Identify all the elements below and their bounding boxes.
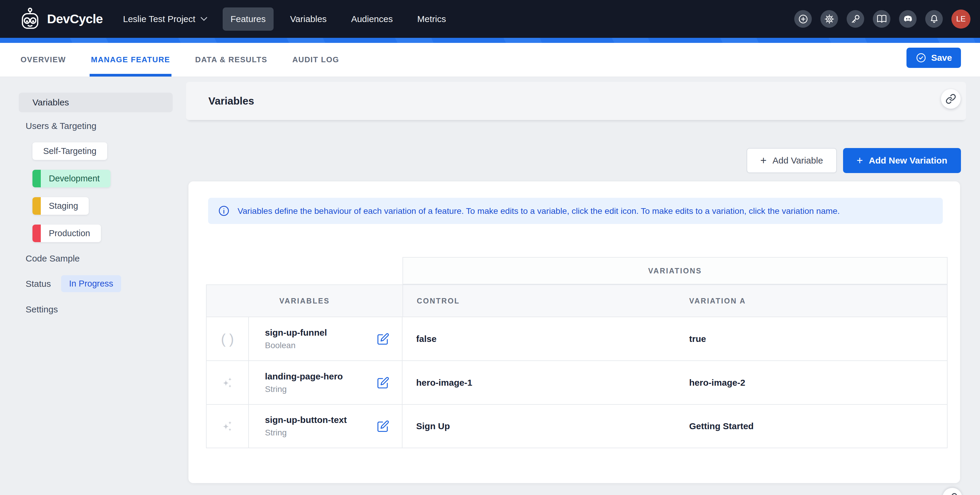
tab-overview[interactable]: OVERVIEW bbox=[21, 43, 66, 76]
development-color-edge bbox=[32, 170, 41, 187]
variable-type-cell bbox=[206, 405, 249, 448]
variable-name: landing-page-hero bbox=[265, 371, 343, 382]
env-pill-production[interactable]: Production bbox=[32, 224, 101, 242]
chevron-down-icon bbox=[200, 17, 207, 21]
plus-icon bbox=[857, 155, 863, 166]
edit-variable-button[interactable] bbox=[376, 419, 390, 433]
nav-item-features[interactable]: Features bbox=[223, 8, 273, 31]
control-value: hero-image-1 bbox=[416, 378, 472, 388]
book-icon bbox=[877, 14, 887, 24]
variation-a-value-cell: Getting Started bbox=[674, 405, 948, 448]
plus-icon bbox=[760, 155, 767, 166]
edit-variable-button[interactable] bbox=[376, 376, 390, 390]
api-keys-button[interactable] bbox=[846, 10, 864, 28]
string-sparkles-icon bbox=[221, 376, 234, 389]
project-selector[interactable]: Leslie Test Project bbox=[123, 14, 207, 24]
settings-button[interactable] bbox=[821, 10, 838, 28]
copy-link-button[interactable] bbox=[941, 89, 961, 109]
check-circle-icon bbox=[915, 52, 927, 64]
control-value-cell: hero-image-1 bbox=[402, 361, 674, 405]
info-banner-text: Variables define the behaviour of each v… bbox=[237, 206, 840, 216]
edit-pencil-icon bbox=[377, 420, 390, 433]
page-title: Variables bbox=[208, 95, 254, 107]
staging-color-edge bbox=[32, 197, 41, 215]
env-pill-label: Production bbox=[49, 228, 90, 238]
tab-audit-log[interactable]: AUDIT LOG bbox=[292, 43, 339, 76]
top-navigation-bar: DevCycle Leslie Test Project Features Va… bbox=[0, 0, 980, 38]
variable-type-cell bbox=[206, 317, 249, 361]
feature-sidebar: Variables Users & Targeting Self-Targeti… bbox=[0, 77, 188, 315]
column-header-control[interactable]: CONTROL bbox=[402, 285, 674, 317]
variation-a-value: Getting Started bbox=[689, 421, 754, 431]
env-pill-staging[interactable]: Staging bbox=[32, 197, 89, 215]
add-variable-label: Add Variable bbox=[773, 156, 823, 166]
nav-item-metrics[interactable]: Metrics bbox=[409, 8, 454, 31]
save-button-label: Save bbox=[931, 53, 952, 63]
primary-nav: Features Variables Audiences Metrics bbox=[223, 8, 454, 31]
link-icon bbox=[945, 94, 956, 104]
user-avatar[interactable]: LE bbox=[951, 10, 970, 29]
variable-name: sign-up-funnel bbox=[265, 328, 327, 338]
discord-icon bbox=[903, 14, 913, 24]
key-icon bbox=[850, 14, 861, 24]
variation-a-value: hero-image-2 bbox=[689, 378, 745, 388]
edit-pencil-icon bbox=[377, 333, 390, 345]
env-pill-label: Self-Targeting bbox=[43, 146, 97, 156]
control-value-cell: false bbox=[402, 317, 674, 361]
nav-item-audiences[interactable]: Audiences bbox=[343, 8, 400, 31]
column-header-variation-a-label: VARIATION A bbox=[689, 297, 746, 305]
variation-a-value-cell: hero-image-2 bbox=[674, 361, 948, 405]
gear-icon bbox=[824, 14, 835, 24]
variations-group-header: VARIATIONS bbox=[402, 257, 948, 285]
link-icon bbox=[947, 493, 958, 495]
add-new-variation-button[interactable]: Add New Variation bbox=[843, 148, 961, 173]
production-color-edge bbox=[32, 224, 41, 242]
column-header-control-label: CONTROL bbox=[417, 297, 460, 305]
info-banner: Variables define the behaviour of each v… bbox=[208, 198, 943, 224]
sidebar-item-variables[interactable]: Variables bbox=[19, 92, 173, 112]
feature-tabbar: OVERVIEW MANAGE FEATURE DATA & RESULTS A… bbox=[0, 43, 980, 77]
control-value: Sign Up bbox=[416, 421, 450, 431]
control-value: false bbox=[416, 334, 436, 344]
sidebar-item-code-sample[interactable]: Code Sample bbox=[25, 253, 80, 264]
sidebar-item-users-targeting[interactable]: Users & Targeting bbox=[25, 121, 97, 131]
notifications-button[interactable] bbox=[925, 10, 943, 28]
devcycle-logo[interactable]: DevCycle bbox=[18, 7, 103, 31]
variables-panel-header: Variables bbox=[186, 82, 966, 120]
variable-name-cell: landing-page-hero String bbox=[249, 361, 402, 405]
variable-type-cell bbox=[206, 361, 249, 405]
sidebar-item-settings[interactable]: Settings bbox=[25, 304, 58, 315]
env-pill-label: Staging bbox=[49, 201, 78, 211]
variables-card: Variables define the behaviour of each v… bbox=[188, 181, 960, 483]
variable-name-cell: sign-up-button-text String bbox=[249, 405, 402, 448]
environment-pills: Self-Targeting Development Staging Produ… bbox=[32, 131, 110, 242]
tab-data-results[interactable]: DATA & RESULTS bbox=[195, 43, 267, 76]
discord-button[interactable] bbox=[899, 10, 916, 28]
env-pill-development[interactable]: Development bbox=[32, 170, 110, 187]
string-sparkles-icon bbox=[221, 420, 234, 433]
edit-pencil-icon bbox=[377, 376, 390, 389]
column-header-variables: VARIABLES bbox=[206, 285, 402, 317]
copy-link-button-bottom[interactable] bbox=[942, 488, 962, 495]
progress-accent-bar bbox=[0, 38, 980, 43]
devcycle-robot-icon bbox=[18, 7, 42, 31]
info-icon bbox=[218, 205, 230, 217]
devcycle-manage-feature-page: { "header": { "brand": "DevCycle", "proj… bbox=[0, 0, 980, 495]
add-circle-button[interactable] bbox=[794, 10, 812, 28]
docs-button[interactable] bbox=[873, 10, 890, 28]
column-header-variables-label: VARIABLES bbox=[279, 297, 330, 305]
save-button[interactable]: Save bbox=[907, 48, 961, 68]
variation-a-value: true bbox=[689, 334, 706, 344]
boolean-type-icon bbox=[221, 331, 234, 347]
tab-manage-feature[interactable]: MANAGE FEATURE bbox=[91, 43, 170, 76]
variable-name-cell: sign-up-funnel Boolean bbox=[249, 317, 402, 361]
edit-variable-button[interactable] bbox=[376, 332, 390, 346]
env-pill-self-targeting[interactable]: Self-Targeting bbox=[32, 142, 107, 160]
control-value-cell: Sign Up bbox=[402, 405, 674, 448]
nav-item-variables[interactable]: Variables bbox=[283, 8, 335, 31]
column-header-variation-a[interactable]: VARIATION A bbox=[674, 285, 948, 317]
status-label[interactable]: Status bbox=[25, 279, 51, 289]
add-variable-button[interactable]: Add Variable bbox=[747, 148, 837, 173]
status-badge[interactable]: In Progress bbox=[61, 275, 121, 292]
brand-name: DevCycle bbox=[47, 12, 103, 26]
